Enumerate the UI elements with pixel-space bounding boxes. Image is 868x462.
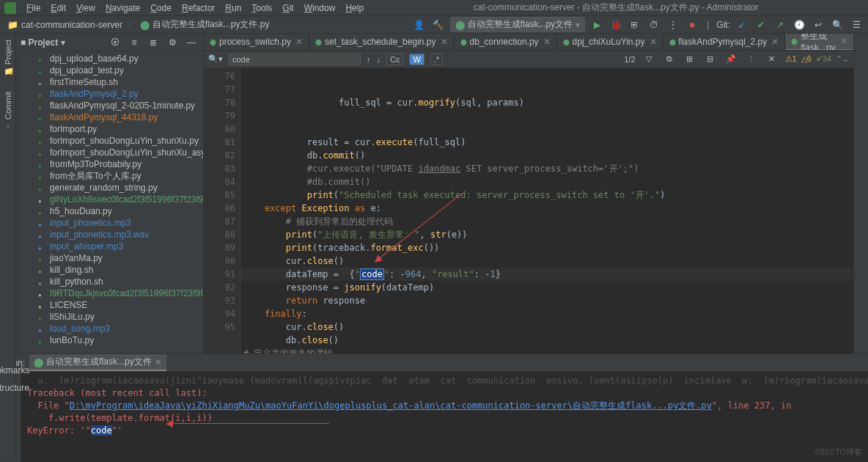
menu-view[interactable]: View xyxy=(72,1,100,15)
menu-run[interactable]: Run xyxy=(221,1,246,15)
git-history-icon[interactable]: 🕘 xyxy=(792,18,806,32)
menu-code[interactable]: Code xyxy=(146,1,176,15)
hide-panel-icon[interactable]: — xyxy=(184,35,199,50)
git-commit-icon[interactable]: ✔ xyxy=(754,18,768,32)
editor-tab[interactable]: ⬤dpj_chiXuLuYin.py✕ xyxy=(557,34,663,51)
tree-item[interactable]: forImport_shouDongLuYin_shunXu.py xyxy=(21,135,203,147)
run-config-label: 自动完整生成flask...py文件 xyxy=(468,18,573,31)
editor-tab[interactable]: ⬤db_connection.py✕ xyxy=(455,34,557,51)
breadcrumb-sep: 〉 xyxy=(127,18,136,31)
settings-icon[interactable]: ⚙ xyxy=(165,35,180,50)
tree-item[interactable]: kill_python.sh xyxy=(21,276,203,287)
debug-icon[interactable]: 🐞 xyxy=(608,18,623,32)
close-find-icon[interactable]: ✕ xyxy=(765,52,779,67)
search-icon[interactable]: 🔍 xyxy=(830,18,845,32)
tree-item[interactable]: input_whisper.mp3 xyxy=(21,241,203,252)
user-icon[interactable]: 👤 xyxy=(412,18,427,32)
attach-icon[interactable]: ⋮ xyxy=(666,18,680,32)
tree-item[interactable]: flaskAndPymysql_2-0205-1minute.py xyxy=(21,100,203,111)
project-tree[interactable]: dpj_upload_base64.pydpj_upload_test.pyfi… xyxy=(16,51,203,353)
regex-btn[interactable]: .* xyxy=(430,54,443,65)
tree-item[interactable]: fromMp3ToProbabily.py xyxy=(21,158,203,170)
add-sel-icon[interactable]: ⊞ xyxy=(683,52,697,67)
menu-help[interactable]: Help xyxy=(341,1,368,15)
tree-item[interactable]: LICENSE xyxy=(21,299,203,311)
tree-item[interactable]: h5_houDuan.py xyxy=(21,205,203,217)
tree-item[interactable]: from全局库To个人库.py xyxy=(21,170,203,182)
menu-refactor[interactable]: Refactor xyxy=(177,1,219,15)
select-opened-icon[interactable]: ⦿ xyxy=(108,35,122,50)
match-case-btn[interactable]: Cc xyxy=(386,54,403,65)
breadcrumb-file[interactable]: ⬤ 自动完整生成flask...py文件.py xyxy=(137,18,272,31)
tree-item[interactable]: l9RTDqcJkjsvc0fcad2f3f51996f37f23f997618 xyxy=(21,287,203,299)
editor-tab[interactable]: ⬤set_task_schedule_begin.py✕ xyxy=(309,34,454,51)
collapse-all-icon[interactable]: ≣ xyxy=(146,35,161,50)
run-tab-label: 自动完整生成flask...py文件 xyxy=(46,356,151,368)
run-config-selector[interactable]: ⬤ 自动完整生成flask...py文件 ▾ xyxy=(450,17,585,32)
sel-all-icon[interactable]: ⧉ xyxy=(662,52,677,67)
prev-match-icon[interactable]: ↑ xyxy=(367,55,371,64)
close-tab-icon[interactable]: ✕ xyxy=(543,37,551,47)
menu-file[interactable]: File xyxy=(22,1,45,15)
run-tab[interactable]: ⬤ 自动完整生成flask...py文件 ✕ xyxy=(29,354,166,371)
tool-project-tab[interactable]: 📁Project xyxy=(3,37,12,80)
warn-indicator[interactable]: ⚠1 xyxy=(785,54,797,64)
menu-edit[interactable]: Edit xyxy=(46,1,70,15)
menu-git[interactable]: Git xyxy=(278,1,298,15)
run-console[interactable]: w. (m)riogram(iacaosava(jizni^iaoymase (… xyxy=(21,372,868,462)
stop-icon[interactable]: ■ xyxy=(685,18,699,32)
tool-bookmarks-tab[interactable]: 🔖Bookmarks xyxy=(0,355,30,375)
more-icon[interactable]: ⋮ xyxy=(744,52,759,67)
build-icon[interactable]: 🔨 xyxy=(431,18,446,32)
tool-commit-tab[interactable]: ◦Commit xyxy=(4,89,12,134)
tree-item[interactable]: generate_random_string.py xyxy=(21,182,203,194)
tree-item[interactable]: loud_song.mp3 xyxy=(21,323,203,334)
git-rollback-icon[interactable]: ↩ xyxy=(811,18,825,32)
tree-item[interactable]: dpj_upload_base64.py xyxy=(21,53,203,65)
close-tab-icon[interactable]: ✕ xyxy=(840,36,847,46)
editor-tab[interactable]: ⬤flaskAndPymysql_2.py✕ xyxy=(663,34,786,51)
tree-item[interactable]: dpj_upload_test.py xyxy=(21,65,203,76)
settings-ide-icon[interactable]: ☰ xyxy=(849,18,864,32)
breadcrumb-root[interactable]: 📁 cat-communication-server xyxy=(4,20,125,30)
expand-all-icon[interactable]: ≡ xyxy=(127,35,141,50)
profile-icon[interactable]: ⏱ xyxy=(647,18,661,32)
tree-item[interactable]: liShiJiLu.py xyxy=(21,311,203,323)
tree-item[interactable]: firstTimeSetup.sh xyxy=(21,76,203,88)
git-push-icon[interactable]: ↗ xyxy=(773,18,787,32)
tree-item[interactable]: forImport_shouDongLuYin_shunXu_async.py xyxy=(21,147,203,158)
tree-item[interactable]: input_phonetics.mp3 xyxy=(21,217,203,229)
remove-sel-icon[interactable]: ⊟ xyxy=(703,52,718,67)
tree-item[interactable]: glNyLoXh8sxec0fcad2f3f51996f37f23f99761 xyxy=(21,194,203,205)
tree-item[interactable]: jiaoYanMa.py xyxy=(21,252,203,264)
coverage-icon[interactable]: ⛨ xyxy=(628,18,642,32)
close-tab-icon[interactable]: ✕ xyxy=(650,37,657,47)
tree-item[interactable]: flaskAndPymysql_2.py xyxy=(21,88,203,100)
git-update-icon[interactable]: ↙ xyxy=(735,18,749,32)
ok-indicator[interactable]: ✔34 xyxy=(816,54,831,64)
menu-window[interactable]: Window xyxy=(300,1,340,15)
close-tab-icon[interactable]: ✕ xyxy=(441,37,448,47)
search-input[interactable] xyxy=(229,54,361,65)
tree-item[interactable]: kill_ding.sh xyxy=(21,264,203,276)
close-tab-icon[interactable]: ✕ xyxy=(771,37,779,47)
tree-item[interactable]: lunBoTu.py xyxy=(21,334,203,346)
editor-tab[interactable]: ⬤process_switch.py✕ xyxy=(204,34,309,51)
menu-tools[interactable]: Tools xyxy=(247,1,276,15)
tool-structure-tab[interactable]: ⊞Structure xyxy=(0,383,29,393)
chevron-up-down-icon[interactable]: ⌃⌄ xyxy=(836,54,849,64)
editor-body[interactable]: 7677787980818283848586878889909192939495… xyxy=(204,68,853,353)
project-selector[interactable]: ■ Project ▾ xyxy=(21,37,65,48)
weak-warn-indicator[interactable]: △6 xyxy=(801,54,812,64)
menu-navigate[interactable]: Navigate xyxy=(101,1,144,15)
close-tab-icon[interactable]: ✕ xyxy=(295,37,303,47)
run-icon[interactable]: ▶ xyxy=(589,18,604,32)
tree-item[interactable]: input_phonetics.mp3.wav xyxy=(21,229,203,241)
tree-item[interactable]: flaskAndPymysql_44318.py xyxy=(21,111,203,123)
next-match-icon[interactable]: ↓ xyxy=(377,55,381,64)
pin-icon[interactable]: 📌 xyxy=(724,52,738,67)
editor-tab[interactable]: ⬤自动完整生成flask...py文件.py✕ xyxy=(785,34,853,51)
filter-icon[interactable]: ▽ xyxy=(641,52,656,67)
tree-item[interactable]: forImport.py xyxy=(21,123,203,135)
words-btn[interactable]: W xyxy=(409,54,424,65)
